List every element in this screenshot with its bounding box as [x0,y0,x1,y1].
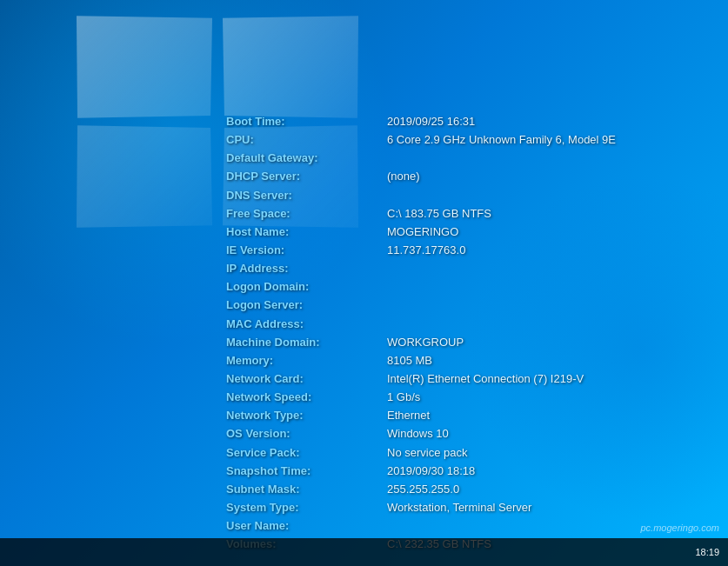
system-info-panel: Boot Time:2019/09/25 16:31CPU:6 Core 2.9… [226,113,616,554]
info-row: DNS Server: [226,187,616,204]
info-label: Network Speed: [226,389,387,406]
info-label: DHCP Server: [226,168,387,185]
info-row: Network Type:Ethernet [226,407,616,424]
info-label: Boot Time: [226,113,387,130]
info-label: CPU: [226,131,387,149]
info-row: System Type:Workstation, Terminal Server [226,499,616,516]
info-row: Network Speed:1 Gb/s [226,389,616,406]
info-row: OS Version:Windows 10 [226,425,616,443]
info-row: DHCP Server:(none) [226,168,616,185]
taskbar: 18:19 [0,538,728,566]
info-row: Default Gateway: [226,150,616,167]
info-label: Service Pack: [226,444,387,462]
info-label: Default Gateway: [226,150,387,167]
taskbar-clock: 18:19 [695,547,719,557]
info-value: Windows 10 [387,425,449,443]
info-row: User Name: [226,517,616,535]
info-row: Service Pack:No service pack [226,444,616,462]
info-value: Ethernet [387,407,430,424]
info-row: Network Card:Intel(R) Ethernet Connectio… [226,370,616,388]
info-row: Machine Domain:WORKGROUP [226,334,616,351]
info-label: IP Address: [226,260,387,277]
info-value: No service pack [387,444,467,462]
info-row: Subnet Mask:255.255.255.0 [226,481,616,498]
info-value: Workstation, Terminal Server [387,499,531,516]
info-label: Network Card: [226,370,387,388]
info-row: Free Space:C:\ 183.75 GB NTFS [226,205,616,223]
logo-pane-top-right [223,16,358,117]
info-row: Memory:8105 MB [226,352,616,370]
info-label: IE Version: [226,242,387,259]
info-value: 2019/09/25 16:31 [387,113,475,130]
info-row: IP Address: [226,260,616,277]
info-row: Host Name:MOGERINGO [226,223,616,241]
info-label: OS Version: [226,425,387,443]
info-value: (none) [387,168,420,185]
info-row: IE Version:11.737.17763.0 [226,242,616,259]
info-row: MAC Address: [226,316,616,333]
info-value: 2019/09/30 18:18 [387,463,475,480]
info-value: WORKGROUP [387,334,464,351]
info-row: Logon Server: [226,296,616,314]
info-row: Snapshot Time:2019/09/30 18:18 [226,463,616,480]
info-label: Host Name: [226,223,387,241]
logo-pane-bottom-left [77,125,212,227]
info-row: CPU:6 Core 2.9 GHz Unknown Family 6, Mod… [226,131,616,149]
info-label: Logon Domain: [226,278,387,296]
info-value: C:\ 183.75 GB NTFS [387,205,491,223]
info-label: DNS Server: [226,187,387,204]
info-value: 11.737.17763.0 [387,242,465,259]
info-label: User Name: [226,517,387,535]
info-value: 8105 MB [387,352,432,370]
info-label: Subnet Mask: [226,481,387,498]
info-row: Boot Time:2019/09/25 16:31 [226,113,616,130]
info-label: Logon Server: [226,296,387,314]
desktop-background: Boot Time:2019/09/25 16:31CPU:6 Core 2.9… [0,0,728,566]
info-label: Network Type: [226,407,387,424]
logo-pane-top-left [77,16,212,117]
info-label: Machine Domain: [226,334,387,351]
info-value: MOGERINGO [387,223,458,241]
info-label: Free Space: [226,205,387,223]
info-value: 1 Gb/s [387,389,420,406]
info-label: Snapshot Time: [226,463,387,480]
info-row: Logon Domain: [226,278,616,296]
watermark: pc.mogeringo.com [641,523,720,533]
info-value: 255.255.255.0 [387,481,459,498]
info-value: 6 Core 2.9 GHz Unknown Family 6, Model 9… [387,131,616,149]
info-label: System Type: [226,499,387,516]
info-label: Memory: [226,352,387,370]
info-value: Intel(R) Ethernet Connection (7) I219-V [387,370,584,388]
info-label: MAC Address: [226,316,387,333]
